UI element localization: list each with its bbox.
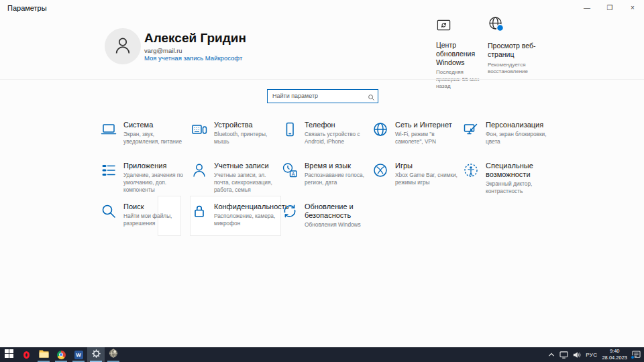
tray-date: 28.04.2023 [602,355,627,361]
person-icon [191,162,207,181]
tile-subtitle: Связать устройство с Android, iPhone [305,131,367,145]
tile-title: Поиск [123,202,186,211]
lock-icon [191,203,207,222]
tile-subtitle: Bluetooth, принтеры, мышь [214,131,276,145]
status-tile-title: Центр обновления Windows [436,41,487,66]
phone-icon [282,121,298,140]
svg-text:A: A [292,172,295,176]
settings-tile-update-security[interactable]: Обновление и безопасность Обновления Win… [282,202,372,243]
globe-icon [372,121,388,140]
settings-tile-time-language[interactable]: A Время и язык Распознавание голоса, рег… [282,162,372,202]
tile-subtitle: Wi-Fi, режим "в самолете", VPN [395,131,458,145]
user-email: varg@mail.ru [144,47,182,54]
web-browsing-icon [488,23,505,35]
folder-icon [39,349,49,361]
close-button[interactable]: × [621,0,644,15]
settings-tile-phone[interactable]: Телефон Связать устройство с Android, iP… [282,121,372,162]
windows-update-icon [436,23,451,34]
person-icon [113,35,133,58]
opera-taskbar-button[interactable] [17,347,35,362]
tile-title: Телефон [305,121,367,129]
settings-tile-accounts[interactable]: Учетные записи Учетные записи, эл. почта… [191,162,282,202]
tile-subtitle: Фон, экран блокировки, цвета [486,131,548,145]
opera-icon [23,351,30,359]
tile-subtitle: Расположение, камера, микрофон [214,213,289,227]
web-browsing-status-tile[interactable]: Просмотр веб-страниц Рекомендуется восст… [488,16,539,75]
settings-taskbar-button[interactable] [87,347,105,362]
taskbar: W [0,347,644,362]
tile-title: Система [123,121,186,129]
personalization-icon [463,121,479,140]
start-button[interactable] [0,347,17,362]
tile-subtitle: Экранный диктор, контрастность [486,180,548,195]
user-name: Алексей Гридин [144,31,246,46]
language-indicator[interactable]: РУС [586,352,597,358]
title-bar: Параметры — ❐ × [0,0,644,20]
network-icon[interactable] [559,351,568,359]
tile-title: Приложения [123,162,186,170]
settings-tile-system[interactable]: Система Экран, звук, уведомления, питани… [101,121,191,162]
minimize-button[interactable]: — [576,0,598,15]
tile-subtitle: Учетные записи, эл. почта, синхронизация… [214,172,276,193]
system-tray: РУС 9:40 28.04.2023 [548,347,644,362]
tile-subtitle: Xbox Game Bar, снимки, режимы игры [395,172,458,186]
status-tile-subtitle: Рекомендуется восстановление [488,62,539,76]
taskbar-apps: W [0,347,122,362]
xbox-icon [372,162,388,181]
tile-title: Специальные возможности [486,162,548,179]
tray-time: 9:40 [610,348,620,354]
tile-title: Время и язык [305,162,367,170]
maximize-button[interactable]: ❐ [598,0,621,15]
avatar[interactable] [105,28,141,64]
browser-globe-taskbar-button[interactable] [105,347,122,362]
tray-expand-chevron-icon[interactable] [548,352,555,357]
refresh-icon [282,203,298,222]
tile-subtitle: Распознавание голоса, регион, дата [305,172,367,186]
settings-search [267,88,378,103]
notification-badge [631,355,635,359]
tile-subtitle: Экран, звук, уведомления, питание [123,131,186,145]
status-tile-title: Просмотр веб-страниц [488,42,539,59]
tile-title: Обновление и безопасность [305,202,367,220]
tile-title: Игры [395,162,458,170]
gear-icon [91,349,101,361]
tile-subtitle: Удаление, значения по умолчанию, доп. ко… [123,172,186,193]
devices-icon [191,121,207,140]
accessibility-icon [463,162,479,181]
tile-title: Сеть и Интернет [395,121,458,129]
tile-subtitle: Обновления Windows [305,221,367,229]
action-center-button[interactable] [632,351,641,359]
settings-tile-apps[interactable]: Приложения Удаление, значения по умолчан… [101,162,191,202]
apps-list-icon [101,162,117,181]
file-explorer-taskbar-button[interactable] [35,347,52,362]
settings-tile-privacy[interactable]: Конфиденциальность Расположение, камера,… [191,202,282,243]
window-title: Параметры [7,4,47,12]
settings-categories: Система Экран, звук, уведомления, питани… [101,121,553,243]
search-input[interactable] [267,89,378,103]
clock[interactable]: 9:40 28.04.2023 [602,348,627,361]
hero-divider [0,79,644,80]
tile-title: Персонализация [486,121,548,129]
globe-app-icon [109,349,118,361]
word-taskbar-button[interactable]: W [70,347,87,362]
clock-language-icon: A [282,162,298,181]
windows-logo-icon [5,349,13,361]
account-link[interactable]: Моя учетная запись Майкрософт [144,54,242,62]
chrome-taskbar-button[interactable] [52,347,70,362]
word-icon: W [74,351,83,359]
tile-subtitle: Найти мои файлы, разрешения [123,213,186,227]
tile-title: Учетные записи [214,162,276,170]
settings-tile-personalization[interactable]: Персонализация Фон, экран блокировки, цв… [463,121,553,162]
settings-tile-search[interactable]: Поиск Найти мои файлы, разрешения [101,202,191,243]
settings-tile-devices[interactable]: Устройства Bluetooth, принтеры, мышь [191,121,282,162]
settings-tile-network[interactable]: Сеть и Интернет Wi-Fi, режим "в самолете… [372,121,463,162]
settings-tile-accessibility[interactable]: Специальные возможности Экранный диктор,… [463,162,553,202]
window-controls: — ❐ × [576,0,644,15]
chrome-icon [57,351,66,359]
tile-title: Устройства [214,121,276,129]
search-icon [101,203,117,222]
laptop-icon [101,121,117,140]
tile-title: Конфиденциальность [214,202,289,211]
settings-tile-gaming[interactable]: Игры Xbox Game Bar, снимки, режимы игры [372,162,463,202]
volume-icon[interactable] [573,351,581,359]
